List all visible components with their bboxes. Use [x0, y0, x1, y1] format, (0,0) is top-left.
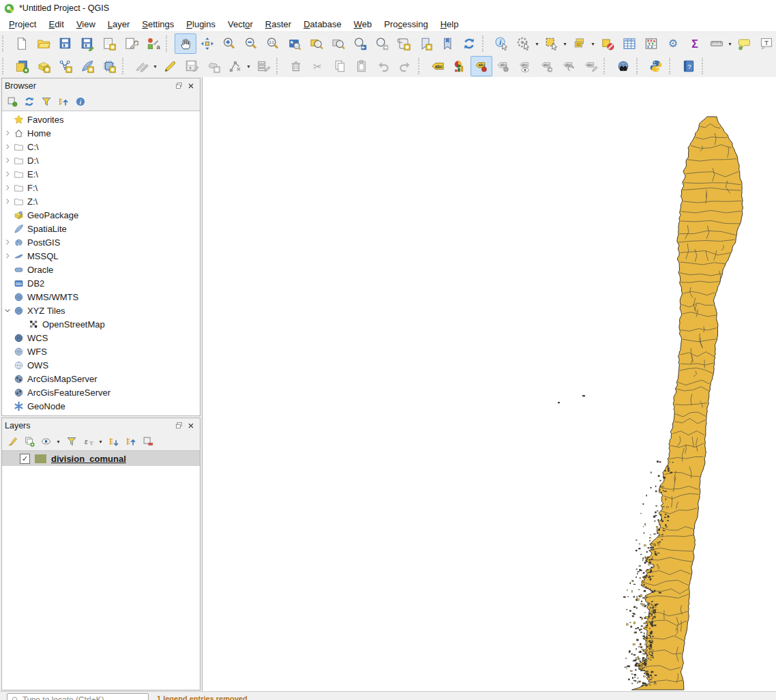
browser-item-spatialite[interactable]: SpatiaLite [2, 222, 200, 235]
show-layout-manager-button[interactable] [120, 33, 142, 54]
properties-button[interactable]: i [73, 94, 88, 109]
current-edits-dropdown[interactable]: ▾ [151, 63, 159, 70]
browser-item-arcgismapserver[interactable]: ArcGisMapServer [2, 372, 200, 385]
browser-item-db2[interactable]: DB2DB2 [2, 276, 200, 290]
browser-item-geopackage[interactable]: GeoPackage [2, 208, 200, 222]
filter-browser-button[interactable] [39, 94, 54, 109]
redo-button[interactable] [394, 56, 416, 76]
browser-item-openstreetmap[interactable]: OpenStreetMap [2, 317, 200, 331]
zoom-native-button[interactable]: 1:1 [262, 33, 284, 54]
menu-vector[interactable]: Vector [222, 18, 259, 31]
select-features-by-value-button[interactable] [569, 33, 591, 54]
layer-diagram-button[interactable] [449, 56, 471, 76]
chevron-right-icon[interactable] [2, 156, 13, 164]
browser-item-d[interactable]: D:\ [2, 154, 200, 167]
refresh-button[interactable] [22, 94, 37, 109]
highlight-pinned-labels-button[interactable]: ab [492, 56, 514, 76]
browser-item-geonode[interactable]: GeoNode [2, 399, 200, 413]
filter-legend-button[interactable] [64, 434, 79, 449]
pin-labels-button[interactable]: ab [471, 56, 492, 76]
chevron-right-icon[interactable] [2, 143, 13, 151]
collapse-tree-button[interactable] [56, 94, 71, 109]
paste-features-button[interactable] [350, 56, 372, 76]
text-annotation-button[interactable]: T [756, 33, 776, 54]
add-group-button[interactable] [22, 434, 37, 449]
zoom-out-button[interactable] [240, 33, 262, 54]
layer-labeling-button[interactable]: abc [427, 56, 449, 76]
new-spatialite-layer-button[interactable] [76, 56, 98, 76]
processing-toolbox-button[interactable]: ⚙ [662, 33, 684, 54]
layer-checkbox[interactable]: ✓ [20, 454, 30, 464]
menu-help[interactable]: Help [434, 18, 465, 31]
chevron-down-icon[interactable] [2, 306, 13, 315]
chevron-right-icon[interactable] [2, 197, 13, 205]
style-manager-button[interactable]: a [142, 33, 164, 54]
chevron-right-icon[interactable] [2, 238, 13, 246]
statistical-summary-button[interactable]: Σ [684, 33, 706, 54]
copy-features-button[interactable] [329, 56, 350, 76]
undo-button[interactable] [372, 56, 394, 76]
save-project-as-button[interactable] [76, 33, 98, 54]
select-features-by-value-dropdown[interactable]: ▾ [589, 41, 597, 47]
zoom-to-selection-button[interactable] [327, 33, 349, 54]
rotate-label-button[interactable]: abc [558, 56, 580, 76]
layer-row[interactable]: ✓division_comunal [2, 451, 200, 466]
select-features-dropdown[interactable]: ▾ [561, 41, 569, 47]
run-feature-action-button[interactable] [513, 33, 535, 54]
layers-float-button[interactable] [173, 420, 185, 431]
chevron-right-icon[interactable] [2, 129, 13, 137]
browser-item-mssql[interactable]: MSSQL [2, 249, 200, 263]
browser-float-button[interactable] [173, 81, 185, 91]
browser-close-button[interactable] [185, 81, 197, 91]
digitize-button[interactable] [203, 56, 224, 76]
filter-expression-button[interactable]: ε [81, 434, 96, 449]
change-label-button[interactable]: abc [580, 56, 601, 76]
new-project-button[interactable] [11, 33, 33, 54]
chevron-right-icon[interactable] [2, 252, 13, 260]
menu-view[interactable]: View [70, 18, 102, 31]
menu-plugins[interactable]: Plugins [180, 18, 222, 31]
map-canvas[interactable] [202, 77, 776, 691]
browser-item-f[interactable]: F:\ [2, 181, 200, 194]
python-console-button[interactable] [645, 56, 667, 76]
delete-selected-button[interactable] [285, 56, 307, 76]
browser-item-xyz-tiles[interactable]: XYZ Tiles [2, 304, 200, 317]
chevron-right-icon[interactable] [2, 170, 13, 178]
zoom-next-button[interactable] [371, 33, 393, 54]
cut-features-button[interactable]: ✂ [307, 56, 329, 76]
show-bookmarks-panel-button[interactable] [436, 33, 458, 54]
vertex-tool-dropdown[interactable]: ▾ [245, 63, 252, 70]
identify-features-button[interactable]: i [491, 33, 513, 54]
menu-database[interactable]: Database [297, 18, 348, 31]
refresh-button[interactable] [458, 33, 480, 54]
map-tips-button[interactable] [734, 33, 756, 54]
deselect-all-button[interactable] [597, 33, 618, 54]
show-spatial-bookmarks-button[interactable] [415, 33, 436, 54]
select-features-button[interactable] [541, 33, 563, 54]
menu-processing[interactable]: Processing [378, 18, 434, 31]
metasearch-button[interactable] [612, 56, 634, 76]
new-print-layout-button[interactable] [98, 33, 120, 54]
browser-item-wms-wmts[interactable]: WMS/WMTS [2, 290, 200, 304]
field-calculator-button[interactable] [640, 33, 662, 54]
zoom-last-button[interactable] [349, 33, 371, 54]
open-attribute-table-button[interactable] [618, 33, 640, 54]
measure-line-button[interactable] [706, 33, 728, 54]
new-shapefile-layer-button[interactable] [55, 56, 76, 76]
zoom-in-button[interactable] [218, 33, 240, 54]
open-project-button[interactable] [33, 33, 55, 54]
chevron-right-icon[interactable] [2, 184, 13, 192]
layers-close-button[interactable] [185, 420, 197, 431]
help-contents-button[interactable]: ? [678, 56, 700, 76]
browser-item-postgis[interactable]: PostGIS [2, 235, 200, 249]
new-spatial-bookmark-button[interactable] [393, 33, 415, 54]
menu-project[interactable]: Project [3, 18, 42, 31]
browser-item-c[interactable]: C:\ [2, 140, 200, 154]
browser-item-favorites[interactable]: Favorites [2, 113, 200, 126]
show-hide-labels-button[interactable]: abc [514, 56, 536, 76]
current-edits-button[interactable] [131, 56, 153, 76]
browser-item-wfs[interactable]: WFS [2, 345, 200, 358]
save-layer-edits-button[interactable] [181, 56, 203, 76]
move-label-button[interactable]: abc [536, 56, 558, 76]
expand-tree-button[interactable] [106, 434, 121, 449]
